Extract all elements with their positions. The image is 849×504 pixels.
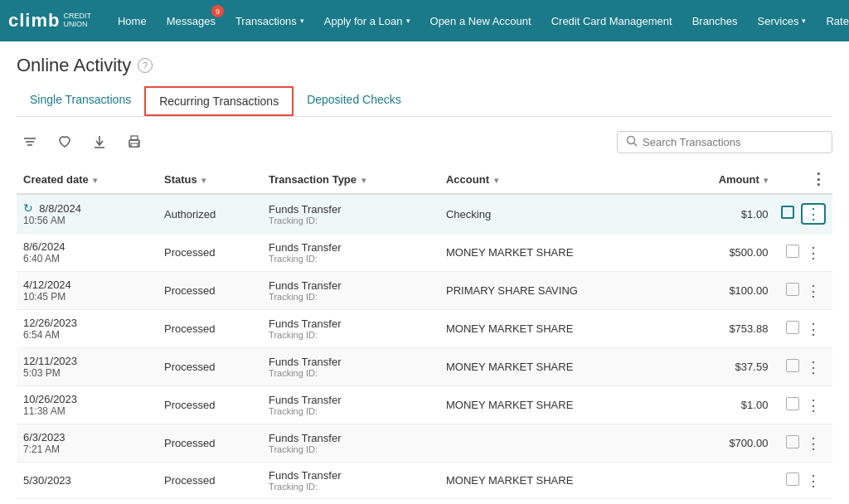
row-checkbox-5[interactable]	[786, 397, 799, 410]
col-header-created-date[interactable]: Created date ▾	[17, 165, 158, 194]
cell-status-3: Processed	[158, 310, 262, 348]
table-row: 5/30/2023 Processed Funds Transfer Track…	[17, 463, 832, 499]
cell-type-7: Funds Transfer Tracking ID:	[262, 463, 439, 499]
logo[interactable]: climb CREDITUNION	[8, 10, 91, 32]
cell-date-2: 4/12/202410:45 PM	[17, 272, 158, 310]
row-dots-menu-5[interactable]: ⋮	[806, 398, 821, 413]
svg-line-10	[634, 143, 638, 146]
row-dots-menu-0[interactable]: ⋮	[801, 203, 826, 225]
row-checkbox-3[interactable]	[786, 321, 799, 334]
cell-account-3: MONEY MARKET SHARE	[439, 310, 673, 348]
search-icon	[626, 135, 638, 149]
toolbar	[17, 128, 832, 155]
nav-credit-card[interactable]: Credit Card Management	[541, 0, 682, 41]
table-row: 12/11/20235:03 PM Processed Funds Transf…	[17, 348, 832, 386]
col-header-actions[interactable]: ⋮	[774, 165, 832, 194]
nav-apply-loan[interactable]: Apply for a Loan ▾	[314, 0, 420, 41]
svg-point-9	[628, 136, 635, 143]
row-checkbox-7[interactable]	[786, 472, 799, 486]
col-header-transaction-type[interactable]: Transaction Type ▾	[262, 165, 439, 194]
col-header-amount[interactable]: Amount ▾	[673, 165, 774, 194]
cell-date-7: 5/30/2023	[17, 463, 158, 499]
row-dots-menu-3[interactable]: ⋮	[806, 322, 821, 337]
nav-messages[interactable]: Messages 9	[157, 0, 226, 41]
row-dots-menu-2[interactable]: ⋮	[806, 284, 821, 298]
help-icon[interactable]: ?	[138, 58, 153, 73]
tabs-bar: Single Transactions Recurring Transactio…	[17, 86, 832, 117]
cell-amount-0: $1.00	[673, 194, 774, 234]
cell-type-3: Funds Transfer Tracking ID:	[262, 310, 439, 348]
transactions-table: Created date ▾ Status ▾ Transaction Type…	[17, 165, 832, 499]
nav-open-account[interactable]: Open a New Account	[420, 0, 541, 41]
row-checkbox-4[interactable]	[786, 359, 799, 372]
logo-tagline: CREDITUNION	[63, 12, 91, 29]
cell-status-0: Authorized	[158, 194, 262, 234]
cell-status-1: Processed	[158, 234, 262, 272]
col-header-status[interactable]: Status ▾	[158, 165, 262, 194]
cell-account-0: Checking	[439, 194, 673, 234]
refresh-icon[interactable]: ↻	[23, 201, 33, 215]
download-icon[interactable]	[86, 128, 113, 155]
cell-status-5: Processed	[158, 386, 262, 424]
cell-date-1: 8/6/20246:40 AM	[17, 234, 158, 272]
cell-date-4: 12/11/20235:03 PM	[17, 348, 158, 386]
cell-status-6: Processed	[158, 424, 262, 463]
cell-account-7: MONEY MARKET SHARE	[439, 463, 673, 499]
nav-transactions[interactable]: Transactions ▾	[226, 0, 314, 41]
nav-branches[interactable]: Branches	[682, 0, 748, 41]
table-row: 12/26/20236:54 AM Processed Funds Transf…	[17, 310, 832, 348]
row-dots-menu-4[interactable]: ⋮	[806, 360, 821, 375]
row-checkbox-0[interactable]	[781, 206, 794, 219]
cell-type-0: Funds Transfer Tracking ID:	[262, 194, 439, 234]
tab-recurring-transactions[interactable]: Recurring Transactions	[144, 86, 294, 116]
table-row: 6/3/20237:21 AM Processed Funds Transfer…	[17, 424, 832, 463]
cell-date-6: 6/3/20237:21 AM	[17, 424, 158, 463]
page-title: Online Activity	[17, 55, 131, 76]
tab-single-transactions[interactable]: Single Transactions	[17, 86, 144, 116]
logo-text: climb	[8, 10, 60, 32]
main-content: Online Activity ? Single Transactions Re…	[0, 41, 849, 499]
row-checkbox-2[interactable]	[786, 283, 799, 296]
cell-type-1: Funds Transfer Tracking ID:	[262, 234, 439, 272]
cell-amount-4: $37.59	[673, 348, 774, 386]
nav-services[interactable]: Services ▾	[748, 0, 817, 41]
cell-amount-7	[673, 463, 774, 499]
page-title-row: Online Activity ?	[17, 55, 832, 76]
cell-type-6: Funds Transfer Tracking ID:	[262, 424, 439, 463]
tab-deposited-checks[interactable]: Deposited Checks	[294, 86, 415, 116]
cell-type-4: Funds Transfer Tracking ID:	[262, 348, 439, 386]
nav-items: Home Messages 9 Transactions ▾ Apply for…	[108, 0, 849, 41]
cell-status-7: Processed	[158, 463, 262, 499]
nav-rates[interactable]: Rates	[816, 0, 849, 41]
table-header-row: Created date ▾ Status ▾ Transaction Type…	[17, 165, 832, 194]
cell-date-3: 12/26/20236:54 AM	[17, 310, 158, 348]
cell-amount-6: $700.00	[673, 424, 774, 463]
messages-badge: 9	[211, 5, 224, 17]
cell-type-2: Funds Transfer Tracking ID:	[262, 272, 439, 310]
col-header-account[interactable]: Account ▾	[439, 165, 673, 194]
row-dots-menu-1[interactable]: ⋮	[806, 245, 821, 260]
cell-amount-2: $100.00	[673, 272, 774, 310]
print-icon[interactable]	[121, 128, 148, 155]
cell-date-0: ↻ 8/8/202410:56 AM	[17, 194, 158, 234]
cell-status-4: Processed	[158, 348, 262, 386]
table-row: 4/12/202410:45 PM Processed Funds Transf…	[17, 272, 832, 310]
row-dots-menu-7[interactable]: ⋮	[806, 473, 821, 488]
cell-date-5: 10/26/202311:38 AM	[17, 386, 158, 424]
table-row: ↻ 8/8/202410:56 AM Authorized Funds Tran…	[17, 194, 832, 234]
nav-home[interactable]: Home	[108, 0, 157, 41]
search-box	[617, 131, 832, 153]
row-dots-menu-6[interactable]: ⋮	[806, 436, 821, 451]
svg-point-8	[138, 142, 139, 143]
cell-account-6	[439, 424, 673, 463]
row-checkbox-6[interactable]	[786, 435, 799, 448]
cell-type-5: Funds Transfer Tracking ID:	[262, 386, 439, 424]
filter-icon[interactable]	[17, 128, 43, 155]
cell-account-2: PRIMARY SHARE SAVING	[439, 272, 673, 310]
search-input[interactable]	[643, 136, 823, 148]
row-checkbox-1[interactable]	[786, 245, 799, 258]
cell-account-4: MONEY MARKET SHARE	[439, 348, 673, 386]
cell-amount-5: $1.00	[673, 386, 774, 424]
favorite-icon[interactable]	[51, 128, 78, 155]
cell-status-2: Processed	[158, 272, 262, 310]
